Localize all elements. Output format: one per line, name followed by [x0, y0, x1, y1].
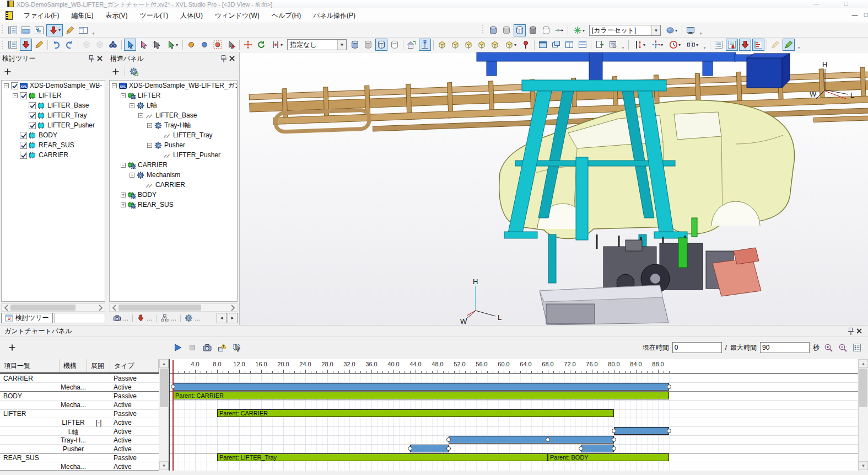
- panel-tree-button[interactable]: [7, 39, 19, 51]
- flip-button[interactable]: ▾: [684, 39, 700, 51]
- collapse-icon[interactable]: −: [147, 143, 152, 148]
- cyl-dark-button[interactable]: [527, 24, 539, 36]
- axis-pin-button[interactable]: [553, 24, 565, 36]
- collapse-icon[interactable]: −: [4, 83, 9, 88]
- win-one-button[interactable]: [537, 39, 549, 51]
- bar-handle[interactable]: [408, 446, 412, 451]
- pin-note-button[interactable]: [520, 39, 532, 51]
- menu-item-7[interactable]: パネル操作(P): [307, 9, 362, 23]
- menu-item-2[interactable]: 表示(V): [99, 9, 133, 23]
- two-pane-button[interactable]: [77, 24, 89, 36]
- cyl-outline-button[interactable]: [540, 24, 552, 36]
- visibility-checkbox[interactable]: [20, 132, 27, 139]
- gantt-settings-button[interactable]: [851, 342, 862, 353]
- collapse-icon[interactable]: −: [138, 113, 143, 118]
- pencil-button[interactable]: [33, 39, 45, 51]
- cyl-wire-button[interactable]: [514, 24, 526, 36]
- gantt-bar-active-3[interactable]: [614, 427, 669, 435]
- gantt-bar-active-6[interactable]: [581, 445, 614, 452]
- tree-item-BODY[interactable]: BODY: [2, 130, 105, 140]
- tree-item-CARRIER[interactable]: −CARRIER: [110, 160, 237, 170]
- pin-icon[interactable]: [87, 54, 95, 63]
- tree-item-REAR_SUS[interactable]: +REAR_SUS: [110, 200, 237, 210]
- dot-blue-button[interactable]: [198, 39, 211, 51]
- level-button[interactable]: ▾: [268, 39, 285, 51]
- zoom-in-button[interactable]: [823, 342, 834, 353]
- menu-item-5[interactable]: ウィンドウ(W): [209, 9, 266, 23]
- minimize-button[interactable]: —: [809, 0, 823, 7]
- 3d-view-scene[interactable]: HWL HWL: [240, 52, 868, 325]
- tree-item-XDS-DemoSample_WB-[interactable]: −XVLXDS-DemoSample_WB-: [2, 81, 105, 90]
- mechanism-settings-button[interactable]: [128, 66, 139, 77]
- visibility-checkbox[interactable]: [20, 142, 27, 149]
- tree-item-CARRIER[interactable]: CARRIER: [110, 180, 237, 190]
- toolbar-overflow-icon[interactable]: ▾: [621, 39, 626, 50]
- bar-handle[interactable]: [171, 385, 175, 389]
- close-icon[interactable]: [228, 54, 236, 63]
- cubef-button[interactable]: ▾: [502, 39, 519, 51]
- expand-icon[interactable]: +: [121, 202, 126, 207]
- cubef-button[interactable]: [449, 39, 461, 51]
- menu-item-0[interactable]: ファイル(F): [18, 9, 65, 23]
- tree-item-Mechanism[interactable]: −Mechanism: [110, 170, 237, 180]
- column-header-2[interactable]: 展開: [87, 359, 110, 372]
- gantt-table-row-8[interactable]: PusherActive: [0, 444, 159, 453]
- stop-button[interactable]: [187, 342, 198, 353]
- blob-button[interactable]: ▾: [663, 24, 680, 36]
- antenna-button[interactable]: [419, 39, 431, 51]
- cyl-gray-button[interactable]: [362, 39, 374, 51]
- gantt-table-row-10[interactable]: Mecha...Active: [0, 462, 159, 471]
- tab-structure[interactable]: ...: [157, 313, 180, 323]
- gantt-bar-parent-carrier[interactable]: Parent: CARRIER: [217, 409, 614, 417]
- toolbar-grip[interactable]: [482, 25, 485, 35]
- tab-scroll-right-button[interactable]: ►: [228, 313, 238, 323]
- max-time-input[interactable]: [760, 342, 810, 353]
- gantt-bar-parent-body[interactable]: Parent: BODY: [548, 453, 669, 461]
- export2-button[interactable]: [607, 39, 619, 51]
- menu-item-1[interactable]: 編集(E): [65, 9, 99, 23]
- list-button[interactable]: [713, 39, 725, 51]
- arrow-red-button[interactable]: [739, 39, 751, 51]
- scroll-thumb[interactable]: [160, 369, 168, 407]
- cursor-green-button[interactable]: ▾: [164, 39, 180, 51]
- cube-button[interactable]: [94, 39, 106, 51]
- split-v-button[interactable]: [563, 39, 575, 51]
- dot-red-button[interactable]: [212, 39, 224, 51]
- cyl-wire-button[interactable]: [375, 39, 387, 51]
- collapse-icon[interactable]: −: [121, 93, 126, 98]
- scroll-up-button[interactable]: ▲: [159, 359, 169, 368]
- expand-icon[interactable]: +: [121, 193, 126, 198]
- cursor-blue-button[interactable]: [124, 39, 136, 51]
- bar-handle[interactable]: [446, 437, 451, 442]
- tree-item-CARRIER[interactable]: CARRIER: [2, 150, 105, 160]
- cascade-button[interactable]: [550, 39, 562, 51]
- gantt-table-row-3[interactable]: Mecha...Active: [0, 400, 159, 409]
- panel-tree-button[interactable]: [7, 24, 19, 36]
- tree-item-Tray-H軸[interactable]: −Tray-H軸: [110, 120, 237, 130]
- gantt-chart-vscrollbar[interactable]: ▲ ▼: [858, 359, 868, 471]
- column-header-1[interactable]: 機構: [60, 359, 87, 372]
- gantt-bar-active-4[interactable]: [449, 436, 614, 444]
- tree-item-LIFTER_Base[interactable]: −LIFTER_Base: [110, 110, 237, 120]
- toolbar-overflow-icon[interactable]: ▾: [796, 39, 801, 50]
- gantt-table-row-5[interactable]: LIFTER[-]Active: [0, 418, 159, 426]
- tree-item-LIFTER_Tray[interactable]: LIFTER_Tray: [2, 110, 105, 120]
- tree-item-LIFTER_Tray[interactable]: LIFTER_Tray: [110, 130, 237, 140]
- cubef-button[interactable]: [476, 39, 488, 51]
- gantt-time-ruler[interactable]: 4.08.012.016.020.024.028.032.036.040.044…: [170, 359, 868, 373]
- gantt-bar-parent-carrier[interactable]: Parent: CARRIER: [173, 392, 669, 399]
- tree-item-LIFTER_Base[interactable]: LIFTER_Base: [2, 100, 105, 110]
- tree-item-L軸[interactable]: −L軸: [110, 100, 237, 110]
- bar-handle[interactable]: [667, 429, 671, 433]
- review-hscrollbar[interactable]: [1, 303, 105, 312]
- 3d-viewport[interactable]: HWL HWL: [239, 52, 868, 325]
- ruler-v-button[interactable]: ▾: [631, 39, 648, 51]
- visibility-checkbox[interactable]: [11, 82, 18, 89]
- collapse-icon[interactable]: −: [147, 123, 152, 128]
- cursor-pink-button[interactable]: [137, 39, 149, 51]
- current-time-cursor[interactable]: [172, 360, 174, 471]
- scroll-left-icon[interactable]: [110, 304, 118, 311]
- scroll-thumb[interactable]: [859, 369, 867, 407]
- gantt-table-row-4[interactable]: LIFTERPassive: [0, 409, 159, 418]
- maximize-button[interactable]: □: [839, 0, 853, 7]
